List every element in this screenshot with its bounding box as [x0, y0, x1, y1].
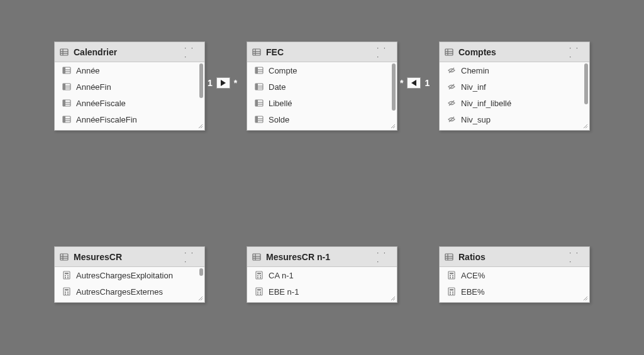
field-label: Date	[269, 82, 286, 92]
table-mesurescr[interactable]: MesuresCR · · · AutresChargesExploitatio…	[54, 246, 205, 303]
resize-handle[interactable]	[582, 295, 588, 301]
field-row[interactable]: AutresChargesExploitation	[55, 267, 204, 283]
field-row[interactable]: Compte	[247, 62, 397, 79]
field-label: CA n-1	[269, 271, 294, 280]
table-icon	[252, 48, 261, 57]
field-label: Niv_inf_libellé	[461, 99, 511, 108]
measure-icon	[447, 287, 456, 296]
relationship-calendrier-fec[interactable]: 1 *	[208, 77, 237, 89]
field-label: EBE%	[461, 287, 485, 297]
table-title: Comptes	[458, 47, 569, 57]
field-row[interactable]: EBE n-1	[247, 283, 397, 300]
table-header[interactable]: Ratios · · ·	[440, 247, 589, 267]
field-row[interactable]: EBE%	[440, 283, 589, 300]
field-row[interactable]: Chemin	[440, 62, 589, 79]
table-fec[interactable]: FEC · · · Compte Date Libellé Solde	[247, 41, 397, 131]
field-label: Compte	[269, 66, 297, 75]
measure-icon	[255, 287, 264, 296]
field-label: Chemin	[461, 66, 489, 75]
column-icon	[255, 115, 264, 124]
resize-handle[interactable]	[197, 295, 203, 301]
filter-direction-icon	[407, 77, 421, 89]
more-button[interactable]: · · ·	[377, 45, 392, 60]
cardinality-one: 1	[425, 78, 430, 88]
table-header[interactable]: Calendrier · · ·	[55, 42, 204, 62]
more-button[interactable]: · · ·	[569, 249, 584, 265]
field-row[interactable]: AnnéeFiscaleFin	[55, 111, 204, 128]
measure-icon	[255, 271, 264, 280]
cardinality-one: 1	[208, 78, 213, 88]
table-icon	[60, 253, 69, 261]
table-icon	[252, 253, 261, 261]
more-button[interactable]: · · ·	[377, 249, 392, 265]
field-label: AnnéeFin	[76, 82, 111, 92]
field-row[interactable]: CA n-1	[247, 267, 397, 283]
more-button[interactable]: · · ·	[184, 45, 199, 60]
hidden-icon	[447, 99, 456, 107]
field-label: AutresChargesExternes	[76, 287, 163, 297]
column-icon	[255, 82, 264, 91]
scrollbar[interactable]	[584, 63, 588, 104]
cardinality-many: *	[400, 78, 403, 88]
table-title: Calendrier	[74, 47, 184, 57]
scrollbar[interactable]	[199, 63, 203, 98]
field-label: Solde	[269, 115, 289, 124]
column-icon	[62, 115, 71, 124]
hidden-icon	[447, 82, 456, 91]
table-header[interactable]: MesuresCR · · ·	[55, 247, 204, 267]
field-row[interactable]: Niv_sup	[440, 111, 589, 128]
field-row[interactable]: Niv_inf	[440, 79, 589, 95]
relationship-fec-comptes[interactable]: * 1	[400, 77, 430, 89]
measure-icon	[62, 271, 71, 280]
table-icon	[445, 48, 453, 57]
column-icon	[255, 99, 264, 107]
field-row[interactable]: Date	[247, 79, 397, 95]
field-row[interactable]: AutresChargesExternes	[55, 283, 204, 300]
field-label: Niv_sup	[461, 115, 491, 124]
column-icon	[62, 82, 71, 91]
resize-handle[interactable]	[389, 295, 396, 301]
field-label: Année	[76, 66, 100, 75]
table-ratios[interactable]: Ratios · · · ACE% EBE%	[439, 246, 590, 303]
field-label: AnnéeFiscale	[76, 99, 126, 108]
table-body: Chemin Niv_inf Niv_inf_libellé Niv_sup	[440, 62, 589, 130]
field-row[interactable]: Solde	[247, 111, 397, 128]
hidden-icon	[447, 115, 456, 124]
measure-icon	[62, 287, 71, 296]
field-label: Niv_inf	[461, 82, 486, 92]
resize-handle[interactable]	[389, 123, 396, 129]
table-body: AutresChargesExploitation AutresChargesE…	[55, 267, 204, 302]
filter-direction-icon	[216, 77, 230, 89]
field-row[interactable]: AnnéeFiscale	[55, 95, 204, 111]
table-comptes[interactable]: Comptes · · · Chemin Niv_inf Niv_inf_lib…	[439, 41, 590, 131]
table-icon	[445, 253, 453, 261]
table-header[interactable]: Comptes · · ·	[440, 42, 589, 62]
table-calendrier[interactable]: Calendrier · · · Année AnnéeFin AnnéeFis…	[54, 41, 205, 131]
scrollbar[interactable]	[199, 268, 203, 276]
table-header[interactable]: MesuresCR n-1 · · ·	[247, 247, 397, 267]
table-title: Ratios	[458, 252, 569, 262]
field-row[interactable]: Libellé	[247, 95, 397, 111]
table-title: MesuresCR n-1	[266, 252, 377, 262]
scrollbar[interactable]	[392, 63, 396, 111]
field-row[interactable]: ACE%	[440, 267, 589, 283]
table-mesurescr-n1[interactable]: MesuresCR n-1 · · · CA n-1 EBE n-1	[247, 246, 397, 303]
field-row[interactable]: AnnéeFin	[55, 79, 204, 95]
field-label: ACE%	[461, 271, 485, 280]
field-label: AnnéeFiscaleFin	[76, 115, 137, 124]
field-row[interactable]: Année	[55, 62, 204, 79]
table-title: FEC	[266, 47, 377, 57]
table-icon	[60, 48, 69, 57]
field-label: Libellé	[269, 99, 292, 108]
more-button[interactable]: · · ·	[184, 249, 199, 265]
cardinality-many: *	[234, 78, 237, 88]
more-button[interactable]: · · ·	[569, 45, 584, 60]
resize-handle[interactable]	[197, 123, 203, 129]
hidden-icon	[447, 66, 456, 75]
field-row[interactable]: Niv_inf_libellé	[440, 95, 589, 111]
table-body: CA n-1 EBE n-1	[247, 267, 397, 302]
table-header[interactable]: FEC · · ·	[247, 42, 397, 62]
column-icon	[255, 66, 264, 75]
table-body: ACE% EBE%	[440, 267, 589, 302]
resize-handle[interactable]	[582, 123, 588, 129]
